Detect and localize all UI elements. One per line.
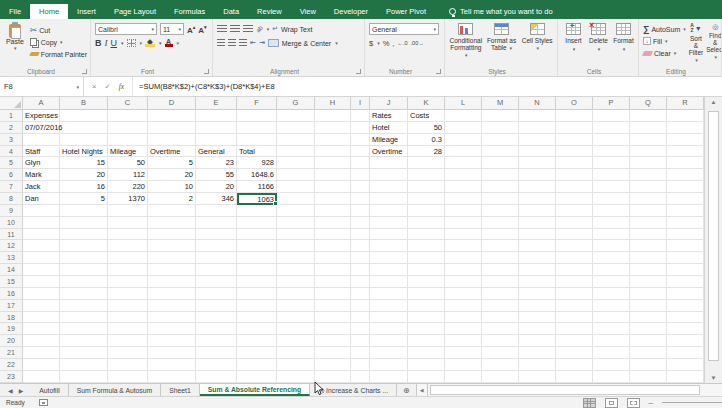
cell-M15[interactable] xyxy=(482,276,519,288)
cell-O11[interactable] xyxy=(556,229,593,241)
cell-M20[interactable] xyxy=(482,335,519,347)
cell-B9[interactable] xyxy=(60,205,108,217)
cell-G14[interactable] xyxy=(277,264,315,276)
cell-B19[interactable] xyxy=(60,323,108,335)
cell-D8[interactable]: 2 xyxy=(148,193,196,205)
cell-A11[interactable] xyxy=(23,229,60,241)
cell-K17[interactable] xyxy=(408,300,445,312)
cell-M21[interactable] xyxy=(482,347,519,359)
cell-M5[interactable] xyxy=(482,157,519,169)
cell-H13[interactable] xyxy=(315,252,351,264)
tab-power-pivot[interactable]: Power Pivot xyxy=(377,4,435,19)
cell-N5[interactable] xyxy=(519,157,556,169)
column-header-N[interactable]: N xyxy=(519,97,556,110)
cell-I8[interactable] xyxy=(351,193,370,205)
cell-G2[interactable] xyxy=(277,122,315,134)
cell-F3[interactable] xyxy=(237,134,277,146)
cell-E6[interactable]: 55 xyxy=(196,169,237,181)
cell-D3[interactable] xyxy=(148,134,196,146)
align-right-button[interactable] xyxy=(239,39,247,47)
cell-K4[interactable]: 28 xyxy=(408,146,445,158)
cell-H1[interactable] xyxy=(315,110,351,122)
wrap-text-button[interactable]: Wrap Text xyxy=(281,26,312,33)
cell-P23[interactable] xyxy=(593,371,630,383)
cell-N23[interactable] xyxy=(519,371,556,383)
cell-K1[interactable]: Costs xyxy=(408,110,445,122)
font-name-combo[interactable]: Calibri▾ xyxy=(95,23,157,35)
cell-E3[interactable] xyxy=(196,134,237,146)
cell-I19[interactable] xyxy=(351,323,370,335)
cell-N7[interactable] xyxy=(519,181,556,193)
cell-E1[interactable] xyxy=(196,110,237,122)
cell-K21[interactable] xyxy=(408,347,445,359)
merge-center-button[interactable]: Merge & Center xyxy=(282,40,331,47)
row-header-3[interactable]: 3 xyxy=(0,134,23,146)
cell-Q1[interactable] xyxy=(630,110,667,122)
row-header-16[interactable]: 16 xyxy=(0,288,23,300)
cell-Q18[interactable] xyxy=(630,312,667,324)
cell-G9[interactable] xyxy=(277,205,315,217)
tab-page-layout[interactable]: Page Layout xyxy=(105,4,165,19)
cell-M22[interactable] xyxy=(482,359,519,371)
cell-F16[interactable] xyxy=(237,288,277,300)
cell-M13[interactable] xyxy=(482,252,519,264)
cell-A6[interactable]: Mark xyxy=(23,169,60,181)
cell-D4[interactable]: Overtime xyxy=(148,146,196,158)
cell-L21[interactable] xyxy=(445,347,482,359)
cell-D6[interactable]: 20 xyxy=(148,169,196,181)
cell-H21[interactable] xyxy=(315,347,351,359)
cell-D23[interactable] xyxy=(148,371,196,383)
format-as-table-button[interactable]: Format as Table ▾ xyxy=(485,23,519,65)
cell-J15[interactable] xyxy=(370,276,408,288)
cell-A14[interactable] xyxy=(23,264,60,276)
cell-B6[interactable]: 20 xyxy=(60,169,108,181)
row-header-14[interactable]: 14 xyxy=(0,264,23,276)
row-header-7[interactable]: 7 xyxy=(0,181,23,193)
cell-P15[interactable] xyxy=(593,276,630,288)
cell-D16[interactable] xyxy=(148,288,196,300)
cell-K18[interactable] xyxy=(408,312,445,324)
cell-H3[interactable] xyxy=(315,134,351,146)
shrink-font-button[interactable]: A▾ xyxy=(198,24,206,35)
cell-F15[interactable] xyxy=(237,276,277,288)
cell-C12[interactable] xyxy=(108,240,148,252)
cell-H15[interactable] xyxy=(315,276,351,288)
cell-M6[interactable] xyxy=(482,169,519,181)
cell-E10[interactable] xyxy=(196,217,237,229)
cell-L9[interactable] xyxy=(445,205,482,217)
cell-R23[interactable] xyxy=(667,371,704,383)
cell-I12[interactable] xyxy=(351,240,370,252)
column-header-H[interactable]: H xyxy=(315,97,351,110)
cell-E7[interactable]: 20 xyxy=(196,181,237,193)
cell-Q9[interactable] xyxy=(630,205,667,217)
cell-R17[interactable] xyxy=(667,300,704,312)
cell-B21[interactable] xyxy=(60,347,108,359)
scroll-up-icon[interactable]: ▲ xyxy=(705,99,722,105)
cell-G1[interactable] xyxy=(277,110,315,122)
cell-B7[interactable]: 16 xyxy=(60,181,108,193)
cell-O17[interactable] xyxy=(556,300,593,312)
column-header-B[interactable]: B xyxy=(60,97,108,110)
cell-O22[interactable] xyxy=(556,359,593,371)
cell-H10[interactable] xyxy=(315,217,351,229)
percent-style-button[interactable]: % xyxy=(383,39,390,48)
sheet-tab-sheet1[interactable]: Sheet1 xyxy=(161,384,200,396)
cell-B1[interactable] xyxy=(60,110,108,122)
cell-L10[interactable] xyxy=(445,217,482,229)
cell-J11[interactable] xyxy=(370,229,408,241)
autosum-button[interactable]: ∑ AutoSum ▾ xyxy=(643,23,686,35)
grow-font-button[interactable]: A▴ xyxy=(187,24,195,35)
cell-R16[interactable] xyxy=(667,288,704,300)
row-header-12[interactable]: 12 xyxy=(0,240,23,252)
cell-C19[interactable] xyxy=(108,323,148,335)
cell-F6[interactable]: 1648.6 xyxy=(237,169,277,181)
row-header-18[interactable]: 18 xyxy=(0,312,23,324)
row-header-23[interactable]: 23 xyxy=(0,371,23,383)
cell-C2[interactable] xyxy=(108,122,148,134)
cell-G22[interactable] xyxy=(277,359,315,371)
cell-E18[interactable] xyxy=(196,312,237,324)
align-left-button[interactable] xyxy=(217,39,225,47)
column-header-G[interactable]: G xyxy=(277,97,315,110)
cell-K23[interactable] xyxy=(408,371,445,383)
cell-P14[interactable] xyxy=(593,264,630,276)
